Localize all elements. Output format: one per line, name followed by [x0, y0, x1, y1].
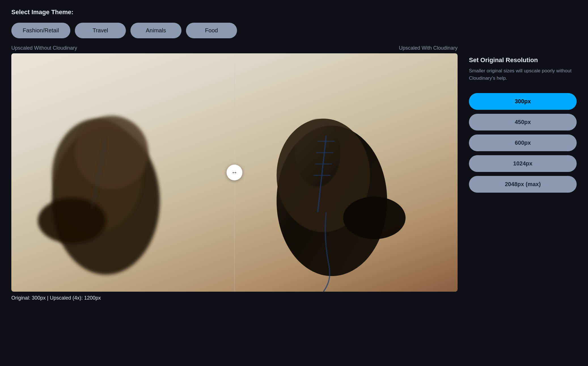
theme-btn-animals[interactable]: Animals [130, 23, 181, 38]
image-right-side [234, 53, 458, 292]
left-shoe-svg [11, 53, 234, 292]
page-title: Select Image Theme: [11, 9, 577, 16]
right-panel: Set Original Resolution Smaller original… [469, 45, 577, 197]
svg-point-10 [343, 197, 406, 239]
image-section: Upscaled Without Cloudinary Upscaled Wit… [11, 45, 458, 301]
image-compare-container[interactable]: ↔ [11, 53, 458, 292]
image-labels: Upscaled Without Cloudinary Upscaled Wit… [11, 45, 458, 51]
resolution-btn-450[interactable]: 450px [469, 114, 577, 131]
theme-btn-food[interactable]: Food [186, 23, 237, 38]
page-container: Select Image Theme: Fashion/Retail Trave… [11, 9, 577, 301]
theme-btn-fashion[interactable]: Fashion/Retail [11, 23, 70, 38]
panel-title: Set Original Resolution [469, 56, 577, 64]
theme-buttons-group: Fashion/Retail Travel Animals Food [11, 23, 577, 38]
svg-point-2 [75, 116, 149, 190]
resolution-btn-600[interactable]: 600px [469, 134, 577, 151]
image-left-side [11, 53, 234, 292]
image-compare-wrapper: ↔ [11, 53, 458, 292]
status-bar: Original: 300px | Upscaled (4x): 1200px [11, 295, 458, 301]
compare-handle[interactable]: ↔ [227, 165, 242, 180]
right-shoe-svg [234, 53, 458, 292]
theme-btn-travel[interactable]: Travel [75, 23, 126, 38]
label-left: Upscaled Without Cloudinary [11, 45, 77, 51]
resolution-btn-1024[interactable]: 1024px [469, 155, 577, 172]
svg-point-3 [38, 198, 106, 243]
panel-description: Smaller original sizes will upscale poor… [469, 67, 577, 82]
label-right: Upscaled With Cloudinary [399, 45, 458, 51]
main-content: Upscaled Without Cloudinary Upscaled Wit… [11, 45, 577, 301]
resolution-btn-2048[interactable]: 2048px (max) [469, 176, 577, 193]
resolution-btn-300[interactable]: 300px [469, 93, 577, 110]
